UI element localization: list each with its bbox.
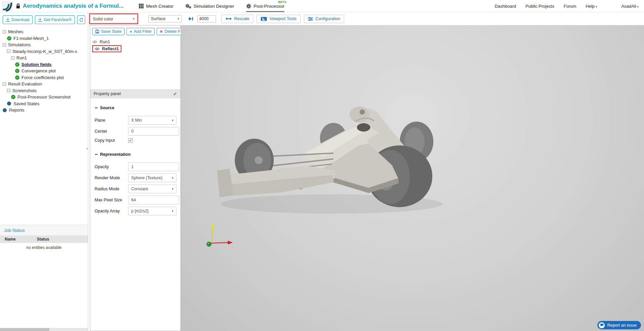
content-row: Save State + Add Filter ✕ Delete Filter	[88, 25, 644, 331]
frame-input[interactable]	[197, 15, 216, 22]
body-row: Download Get ParaView® −Me	[0, 12, 644, 331]
get-paraview-button[interactable]: Get ParaView®	[35, 15, 75, 24]
3d-viewport[interactable]: Report an issue	[181, 25, 644, 331]
eye-icon[interactable]	[95, 47, 100, 51]
main-area: Solid color ▾ Surface ▾	[88, 12, 644, 331]
collapse-icon[interactable]: −	[3, 82, 6, 86]
tree-item-f1-model-mesh[interactable]: ✓F1-model-Mesh_1	[0, 35, 88, 42]
tree-item-label: Result Evaluation	[8, 81, 42, 86]
tab-label: Post-Processor	[254, 4, 284, 9]
render-mode-label: Render Mode	[95, 176, 128, 180]
tree-item-result-evaluation[interactable]: −Result Evaluation	[0, 81, 88, 87]
tree-item-label: Simulations	[8, 42, 31, 47]
opacity-array-select[interactable]: p [m2/s2] ▾	[128, 207, 176, 215]
annotation-box-color-mode: Solid color ▾	[89, 13, 138, 24]
pipeline-item-reflect1[interactable]: Reflect1	[92, 45, 178, 52]
report-issue-button[interactable]: Report an issue	[597, 321, 641, 329]
job-status-panel: Job Status Name Status no entities avail…	[0, 225, 88, 331]
chevron-down-icon: ▾	[172, 119, 173, 122]
collapse-section-icon[interactable]: −	[95, 153, 98, 156]
play-step-button[interactable]	[188, 16, 194, 21]
tree-item-label: Post-Processor Screenshot	[17, 94, 70, 100]
representation-select[interactable]: Surface ▾	[148, 15, 182, 22]
tree-item-post-processor-screenshot[interactable]: ✓Post-Processor Screenshot	[0, 94, 88, 101]
horizontal-scrollbar[interactable]	[0, 328, 88, 331]
save-state-button[interactable]: Save State	[92, 28, 124, 35]
color-mode-select[interactable]: Solid color ▾	[90, 14, 137, 23]
tree-item-reports[interactable]: Reports	[0, 107, 88, 114]
render-mode-select[interactable]: Sphere (Texture) ▾	[128, 174, 176, 182]
tree-item-screenshots[interactable]: −Screenshots	[0, 87, 88, 94]
tree-item-force-coefficients-plot[interactable]: ✓Force coefficients plot	[0, 74, 88, 81]
tree-item-solution-fields[interactable]: ✓Solution fields	[0, 61, 88, 68]
viewport-tools-button[interactable]: Viewport Tools	[257, 15, 301, 23]
collapse-icon[interactable]: −	[7, 89, 10, 92]
opacity-input[interactable]	[128, 162, 179, 171]
pipeline-item-label-selected: Reflect1	[102, 46, 119, 51]
tree-item-label-selected: Solution fields	[21, 62, 52, 67]
tab-label: Simulation Designer	[194, 4, 234, 9]
eye-icon[interactable]	[92, 40, 97, 44]
chevron-down-icon: ▾	[596, 5, 597, 8]
tree-item-meshes[interactable]: −Meshes	[0, 28, 88, 35]
filter-toolbar: Save State + Add Filter ✕ Delete Filter	[90, 25, 180, 37]
collapse-section-icon[interactable]: −	[95, 106, 98, 110]
app-tabs: Mesh Creator	[139, 0, 284, 12]
tab-simulation-designer[interactable]: Simulation Designer	[185, 0, 234, 12]
download-button[interactable]: Download	[3, 15, 33, 24]
tree-item-saved-states[interactable]: Saved States	[0, 101, 88, 107]
radius-mode-field-row: Radius Mode Constant ▾	[95, 185, 176, 193]
project-tree: −Meshes ✓F1-model-Mesh_1 −Simulations −S…	[0, 27, 88, 225]
tree-item-label: F1-model-Mesh_1	[13, 36, 49, 41]
chevron-down-icon: ▾	[177, 17, 179, 20]
collapse-icon[interactable]: −	[11, 56, 14, 60]
tab-mesh-creator[interactable]: Mesh Creator	[139, 0, 173, 12]
opacity-field-row: Opacity	[95, 162, 176, 171]
nav-dashboard[interactable]: Dashboard	[495, 4, 516, 9]
tree-item-steady-incomp[interactable]: −Steady-Incomp-K_w_SST_60m-s	[0, 48, 88, 55]
collapse-icon[interactable]: −	[3, 30, 6, 34]
check-circle-icon: ✓	[7, 36, 11, 41]
simscale-logo-icon[interactable]	[2, 1, 13, 12]
project-title: Aerodynamics analysis of a Formul...	[23, 3, 123, 9]
render-scene	[181, 25, 644, 331]
radius-mode-select[interactable]: Constant ▾	[128, 185, 176, 193]
tab-post-processor[interactable]: Post-Processor BETA	[246, 0, 284, 12]
tree-item-convergence-plot[interactable]: ✓Convergence plot	[0, 68, 88, 74]
configuration-button[interactable]: Configuration	[304, 15, 344, 23]
collapse-icon[interactable]: −	[3, 43, 6, 47]
pipeline-item-label: Run1	[100, 39, 110, 44]
tab-label: Mesh Creator	[146, 4, 173, 9]
check-icon: ✓	[173, 91, 177, 96]
lock-icon	[16, 3, 20, 9]
job-status-empty-message: no entities available	[0, 243, 88, 252]
max-pixel-size-input[interactable]	[128, 196, 179, 204]
collapse-icon[interactable]: −	[7, 50, 10, 53]
scrollbar-thumb[interactable]	[0, 328, 49, 331]
tree-item-label: Screenshots	[12, 88, 37, 93]
max-pixel-size-field-row: Max Pixel Size	[95, 196, 176, 204]
sidebar-collapse-handle[interactable]: ◂	[86, 142, 88, 155]
add-filter-button[interactable]: + Add Filter	[126, 28, 155, 35]
copy-input-checkbox[interactable]: ✓	[128, 138, 133, 143]
check-circle-icon: ✓	[11, 95, 15, 99]
nav-forum[interactable]: Forum	[564, 4, 577, 9]
check-circle-icon: ✓	[15, 62, 19, 67]
center-label: Center	[95, 129, 128, 134]
rescale-button[interactable]: Rescale	[221, 15, 253, 23]
job-status-title: Job Status	[0, 225, 88, 236]
opacity-array-field-row: Opacity Array p [m2/s2] ▾	[95, 207, 176, 215]
user-menu[interactable]: AsadAli▾	[621, 4, 639, 9]
tree-item-simulations[interactable]: −Simulations	[0, 42, 88, 48]
center-input[interactable]	[128, 127, 179, 136]
plane-select[interactable]: X Min ▾	[128, 116, 176, 125]
copy-input-field-row: Copy Input ✓	[95, 138, 176, 143]
nav-public-projects[interactable]: Public Projects	[526, 4, 554, 9]
app-screen: Aerodynamics analysis of a Formul... Mes…	[0, 0, 644, 331]
center-field-row: Center	[95, 127, 176, 136]
pipeline-item-run1[interactable]: Run1	[92, 38, 178, 45]
job-status-header-row: Name Status	[0, 236, 88, 243]
tree-item-run1[interactable]: −Run1	[0, 55, 88, 61]
nav-help-menu[interactable]: Help▾	[586, 4, 597, 9]
refresh-button[interactable]	[77, 15, 85, 24]
